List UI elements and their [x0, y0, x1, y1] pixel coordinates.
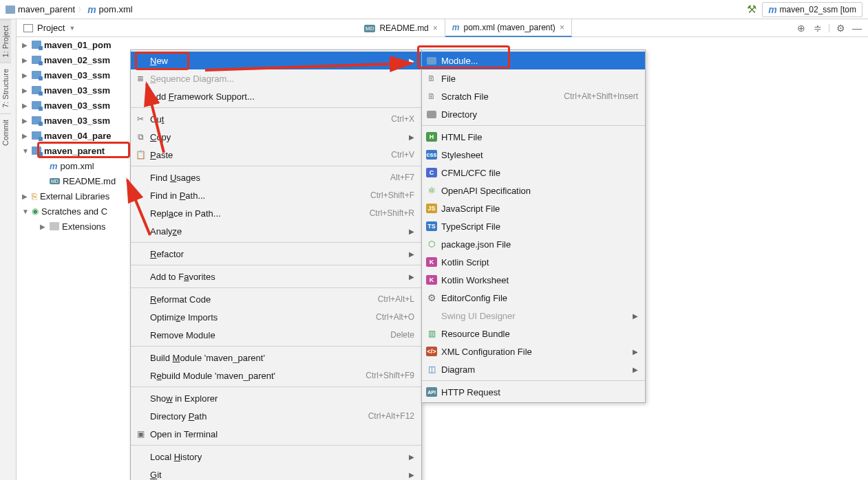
menu-item[interactable]: Find in Path...Ctrl+Shift+F — [131, 186, 421, 204]
submenu-item[interactable]: ▥Resource Bundle — [422, 325, 645, 342]
arrow-right-icon[interactable]: ▶ — [22, 41, 29, 49]
arrow-right-icon[interactable]: ▶ — [22, 56, 29, 64]
submenu-item[interactable]: TSTypeScript File — [422, 217, 645, 235]
api-icon: ⚛ — [426, 185, 437, 196]
module-icon — [426, 57, 437, 65]
module-folder-icon — [32, 86, 41, 94]
arrow-right-icon[interactable]: ▶ — [22, 193, 29, 200]
menu-item[interactable]: New▶ — [131, 52, 421, 69]
arrow-right-icon[interactable]: ▶ — [22, 87, 29, 94]
menu-item[interactable]: ▣Open in Terminal — [131, 425, 421, 443]
submenu-item[interactable]: CCFML/CFC file — [422, 164, 645, 182]
menu-item[interactable]: Refactor▶ — [131, 245, 421, 263]
tree-item-label: maven_03_ssm — [44, 116, 110, 126]
arrow-right-icon[interactable]: ▶ — [22, 117, 29, 124]
submenu-item[interactable]: KKotlin Worksheet — [422, 271, 645, 289]
menu-item[interactable]: Add Framework Support... — [131, 87, 421, 105]
gear-icon[interactable]: ⚙ — [834, 21, 847, 35]
run-config-selector[interactable]: m maven_02_ssm [tom — [762, 2, 862, 17]
submenu-item[interactable]: APIHTTP Request — [422, 383, 645, 401]
tab-label: README.md — [379, 23, 428, 33]
menu-separator — [131, 265, 421, 265]
editor-tab-readme[interactable]: MD README.md × — [357, 19, 445, 37]
menu-item-label: Sequence Diagram... — [150, 74, 234, 84]
menu-item[interactable]: ≣Sequence Diagram... — [131, 69, 421, 87]
module-folder-icon — [32, 146, 41, 155]
submenu-item[interactable]: KKotlin Script — [422, 253, 645, 271]
submenu-item-label: Directory — [441, 109, 477, 120]
breadcrumb-file[interactable]: pom.xml — [99, 4, 133, 14]
menu-item[interactable]: Rebuild Module 'maven_parent'Ctrl+Shift+… — [131, 367, 421, 384]
menu-item[interactable]: 📋PasteCtrl+V — [131, 146, 421, 164]
build-icon[interactable]: ⚒ — [747, 3, 756, 16]
submenu-item[interactable]: Module... — [422, 52, 645, 69]
submenu-item[interactable]: 🗎Scratch FileCtrl+Alt+Shift+Insert — [422, 87, 645, 105]
arrow-right-icon[interactable]: ▶ — [22, 132, 29, 140]
markdown-icon: MD — [50, 178, 60, 184]
submenu-item[interactable]: JSJavaScript File — [422, 199, 645, 217]
menu-item[interactable]: Remove ModuleDelete — [131, 326, 421, 344]
project-view-selector[interactable]: Project ▼ — [17, 23, 82, 33]
close-icon[interactable]: × — [560, 23, 564, 32]
menu-item[interactable]: Git▶ — [131, 466, 421, 480]
submenu-item[interactable]: Swing UI Designer▶ — [422, 307, 645, 325]
menu-shortcut: Ctrl+Alt+O — [376, 312, 414, 322]
submenu-item-label: Swing UI Designer — [441, 311, 516, 321]
close-icon[interactable]: × — [433, 23, 438, 33]
menu-item[interactable]: Show in Explorer — [131, 389, 421, 407]
locate-icon[interactable]: ⊕ — [794, 21, 808, 35]
menu-item[interactable]: Reformat CodeCtrl+Alt+L — [131, 290, 421, 308]
arrow-down-icon[interactable]: ▼ — [22, 208, 29, 215]
arrow-right-icon[interactable]: ▶ — [40, 223, 47, 230]
module-folder-icon — [32, 131, 41, 140]
editor-tab-pom[interactable]: m pom.xml (maven_parent) × — [445, 19, 572, 37]
kt-icon: K — [426, 275, 437, 285]
menu-item-label: Copy — [150, 132, 171, 142]
submenu-item[interactable]: ◫Diagram▶ — [422, 360, 645, 378]
menu-item-label: Find in Path... — [150, 190, 205, 201]
submenu-item[interactable]: HHTML File — [422, 128, 645, 146]
library-icon: ⎘ — [32, 191, 37, 201]
menu-item[interactable]: Find UsagesAlt+F7 — [131, 168, 421, 186]
menu-item[interactable]: Optimize ImportsCtrl+Alt+O — [131, 308, 421, 326]
arrow-right-icon[interactable]: ▶ — [22, 102, 29, 109]
menu-item-label: Remove Module — [150, 330, 215, 340]
tree-item-label: maven_01_pom — [44, 40, 112, 50]
menu-item[interactable]: ✂CutCtrl+X — [131, 110, 421, 128]
arrow-down-icon[interactable]: ▼ — [22, 147, 29, 155]
submenu-item-label: Kotlin Script — [441, 257, 489, 268]
submenu-item[interactable]: ⚛OpenAPI Specification — [422, 182, 645, 199]
arrow-right-icon[interactable]: ▶ — [22, 72, 29, 79]
submenu-item-label: HTML File — [441, 132, 482, 142]
menu-item[interactable]: Directory PathCtrl+Alt+F12 — [131, 407, 421, 425]
menu-shortcut: Delete — [390, 330, 414, 340]
submenu-item[interactable]: Directory — [422, 105, 645, 123]
menu-item[interactable]: Local History▶ — [131, 448, 421, 466]
submenu-item[interactable]: 🗎File — [422, 69, 645, 87]
tree-item-label: pom.xml — [61, 161, 94, 171]
tool-tab-project[interactable]: 1: Project — [0, 19, 11, 63]
tool-tab-commit[interactable]: Commit — [0, 113, 11, 151]
submenu-item-label: File — [441, 74, 456, 84]
menu-item[interactable]: Analyze▶ — [131, 222, 421, 240]
tool-tab-structure[interactable]: 7: Structure — [0, 63, 11, 113]
breadcrumb-root[interactable]: maven_parent — [18, 4, 75, 14]
submenu-item[interactable]: ⚙EditorConfig File — [422, 289, 645, 307]
submenu-item-label: HTTP Request — [441, 387, 500, 397]
kt-icon: K — [426, 257, 437, 267]
submenu-item[interactable]: </>XML Configuration File▶ — [422, 342, 645, 360]
menu-item-label: Replace in Path... — [150, 208, 221, 219]
submenu-item-label: package.json File — [441, 239, 511, 250]
menu-item-label: New — [150, 56, 168, 66]
menu-item[interactable]: Replace in Path...Ctrl+Shift+R — [131, 204, 421, 222]
maven-file-icon: m — [452, 23, 460, 32]
menu-item[interactable]: Add to Favorites▶ — [131, 268, 421, 285]
menu-item[interactable]: Build Module 'maven_parent' — [131, 349, 421, 367]
ts-icon: TS — [426, 221, 437, 231]
minimize-icon[interactable]: — — [850, 21, 864, 35]
menu-item[interactable]: ⧉Copy▶ — [131, 128, 421, 146]
expand-icon[interactable]: ≑ — [811, 21, 825, 35]
submenu-item[interactable]: ⬡package.json File — [422, 235, 645, 253]
menu-item-label: Git — [150, 470, 162, 480]
submenu-item[interactable]: cssStylesheet — [422, 146, 645, 164]
